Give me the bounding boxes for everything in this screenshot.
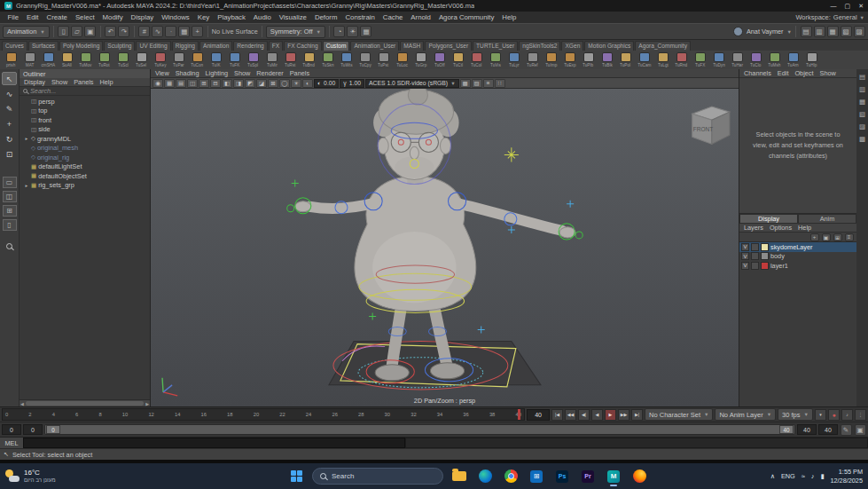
workspace-selector[interactable]: Workspace: General ▼ — [795, 13, 864, 21]
character-right-arm[interactable] — [456, 203, 563, 231]
finger-control-curve[interactable] — [287, 205, 294, 212]
battery-icon[interactable]: ▮ — [820, 472, 824, 480]
viewport-toolbar-icon[interactable]: ◯ — [279, 79, 290, 88]
locator-cross[interactable] — [292, 180, 299, 187]
bookmark-icon[interactable]: ▾ — [815, 409, 826, 421]
viewport-toolbar-icon[interactable]: ◨ — [233, 79, 244, 88]
outliner-item[interactable]: ◫ front — [20, 115, 150, 125]
sidebar-toggle-icon[interactable]: ▦ — [827, 26, 839, 37]
start-button[interactable] — [286, 465, 306, 487]
panel-toggle-icon[interactable]: ▩ — [859, 135, 865, 143]
shelf-button[interactable]: TuGrp — [411, 52, 430, 67]
file-action-icon[interactable]: ▱ — [71, 26, 82, 37]
sidebar-toggle-icon[interactable]: ▨ — [854, 26, 865, 37]
viewport-menu-item[interactable]: Lighting — [205, 69, 228, 77]
shelf-tab[interactable]: ngSkinTools2 — [519, 41, 560, 51]
photoshop-app[interactable]: Ps — [552, 465, 572, 487]
shelf-button[interactable]: TuExp — [560, 52, 579, 67]
cache-toggle-icon[interactable]: ▣ — [855, 424, 866, 436]
layer-playback-toggle[interactable] — [751, 252, 759, 260]
viewport-menu-item[interactable]: View — [155, 69, 169, 77]
store-app[interactable]: ⊞ — [527, 465, 546, 487]
shelf-button[interactable]: TuMov — [76, 52, 95, 67]
shelf-button[interactable]: TuWts — [337, 52, 356, 67]
display-layer-row[interactable]: V skydomeLayer — [739, 242, 856, 252]
locator-star[interactable] — [504, 147, 519, 162]
expand-arrow-icon[interactable]: ▸ — [24, 136, 29, 141]
snap-icon[interactable]: ∿ — [152, 26, 163, 37]
menu-item[interactable]: Windows — [158, 13, 194, 21]
menu-item[interactable]: Deform — [310, 13, 341, 21]
shelf-tab[interactable]: Rendering — [233, 41, 267, 51]
layout-button[interactable]: ▯ — [3, 219, 17, 231]
shelf-tab[interactable]: Custom — [323, 41, 350, 51]
menu-item[interactable]: Audio — [249, 13, 275, 21]
range-start-handle[interactable]: 0 — [46, 425, 60, 434]
outliner-scrollbar[interactable]: ◀ ▶ — [20, 399, 150, 406]
viewport-toolbar-icon[interactable]: ≡ — [483, 79, 494, 88]
wifi-icon[interactable]: ≈ — [802, 472, 805, 480]
layer-color-swatch[interactable] — [761, 243, 769, 251]
outliner-item[interactable]: ◫ top — [20, 106, 150, 116]
shelf-button[interactable]: TuRef — [523, 52, 542, 67]
anim-layer-selector[interactable]: No Anim Layer ▼ — [715, 408, 776, 421]
layer-visibility-toggle[interactable]: V — [741, 243, 749, 251]
shelf-button[interactable]: TuLgt — [653, 52, 672, 67]
shelf-button[interactable]: TuImp — [542, 52, 560, 67]
live-surface-label[interactable]: No Live Surface — [212, 28, 258, 35]
viewport-toolbar-icon[interactable]: ☀ — [291, 79, 301, 88]
language-indicator[interactable]: ENG — [781, 472, 795, 480]
window-maximize-button[interactable]: ▢ — [845, 3, 851, 10]
maya-app[interactable]: M — [604, 465, 623, 487]
file-action-icon[interactable]: ▯ — [58, 26, 69, 37]
locator-cross[interactable] — [567, 201, 574, 208]
go-to-end-button[interactable]: ▶| — [631, 409, 643, 421]
layer-visibility-toggle[interactable]: V — [741, 262, 749, 270]
outliner-menu-item[interactable]: Display — [24, 78, 45, 86]
menu-item[interactable]: Key — [193, 13, 213, 21]
character-set-icon[interactable]: ✎ — [841, 424, 852, 436]
shelf-button[interactable]: TuCpy — [356, 52, 374, 67]
snap-icon[interactable]: + — [192, 26, 203, 37]
premiere-app[interactable]: Pr — [578, 465, 598, 487]
menu-item[interactable]: Constrain — [341, 13, 379, 21]
volume-icon[interactable]: ♪ — [811, 472, 815, 480]
shelf-button[interactable]: TuKey — [151, 52, 169, 67]
expand-arrow-icon[interactable]: ▸ — [24, 183, 29, 188]
layer-toolbar-icon[interactable]: + — [810, 233, 819, 241]
shelf-button[interactable]: TuVis — [486, 52, 504, 67]
character-left-shoe[interactable] — [375, 365, 409, 381]
tool-button[interactable]: ∿ — [2, 87, 17, 100]
shelf-button[interactable]: TuHar — [728, 52, 747, 67]
shelf-tab[interactable]: Poly Modeling — [59, 41, 103, 51]
shelf-button[interactable]: TuCtl — [449, 52, 467, 67]
sound-icon[interactable]: ♪ — [841, 409, 853, 421]
panel-toggle-icon[interactable]: ▥ — [859, 85, 865, 93]
signed-in-user[interactable]: Anat Vaymer — [747, 28, 784, 35]
outliner-search-field[interactable]: Search... — [20, 87, 150, 96]
sidebar-toggle-icon[interactable]: ▥ — [814, 26, 825, 37]
shelf-button[interactable]: TuRot — [95, 52, 113, 67]
scroll-right-arrow-icon[interactable]: ▶ — [145, 401, 149, 406]
sidebar-toggle-icon[interactable]: ▧ — [841, 26, 852, 37]
snap-icon[interactable]: ∙ — [165, 26, 176, 37]
step-forward-frame-button[interactable]: ▶▶ — [618, 409, 629, 421]
viewport-menu-item[interactable]: Show — [234, 69, 250, 77]
shelf-tab[interactable]: Sculpting — [104, 41, 135, 51]
menu-item[interactable]: Display — [127, 13, 158, 21]
taskbar-clock[interactable]: 1:55 PM 12/28/2025 — [830, 468, 863, 484]
scrollbar-thumb[interactable] — [26, 401, 144, 406]
exposure-field[interactable]: ◐ 0.00 — [314, 79, 339, 88]
panel-toggle-icon[interactable]: ▦ — [859, 98, 865, 106]
taskbar-search[interactable]: Search — [312, 468, 443, 485]
outliner-menu-item[interactable]: Help — [100, 78, 113, 86]
locator-cross[interactable] — [508, 226, 515, 233]
playback-start-field[interactable]: 0 — [23, 424, 43, 435]
shelf-tab[interactable]: Animation_User — [350, 41, 399, 51]
snap-icon[interactable]: # — [138, 26, 150, 37]
menu-item[interactable]: File — [4, 13, 23, 21]
menu-item[interactable]: Create — [43, 13, 71, 21]
shelf-tab[interactable]: FX — [269, 41, 283, 51]
play-backwards-button[interactable]: ◀ — [591, 409, 603, 421]
layer-editor-menu-item[interactable]: Help — [798, 224, 811, 232]
